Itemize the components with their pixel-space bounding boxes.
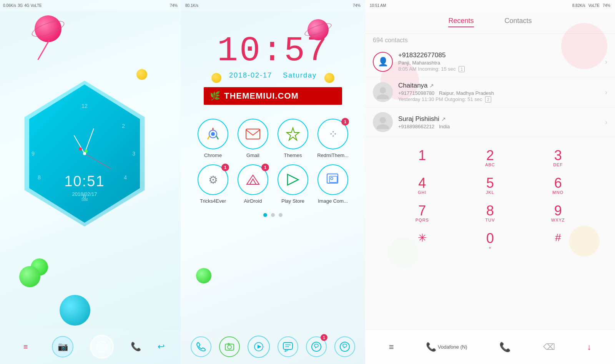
home-button-left[interactable] <box>90 335 114 359</box>
outgoing-arrow-3: ↗ <box>441 116 446 122</box>
dial-key-hash[interactable]: # <box>524 227 592 255</box>
dial-key-9[interactable]: 9 WXYZ <box>524 199 592 227</box>
dial-key-0[interactable]: 0 + <box>456 227 524 255</box>
whatsapp-icon <box>311 341 322 352</box>
menu-button-left[interactable]: ≡ <box>16 337 35 356</box>
detail-badge-2: 2 <box>485 96 491 103</box>
dial-key-2[interactable]: 2 ABC <box>456 144 524 172</box>
playstore-label: Play Store <box>281 198 304 204</box>
contact-detail-1: 8:05 AM Incoming: 15 sec 1 <box>398 66 602 72</box>
dock-whatsapp2[interactable] <box>334 336 355 357</box>
menu-icon-right[interactable]: ≡ <box>389 342 394 352</box>
themes-icon <box>285 126 301 142</box>
playstore-icon <box>286 173 300 187</box>
time-right: 10:51 AM <box>370 3 386 8</box>
speed-right: 8.82K/s <box>572 3 585 8</box>
page-dot-2[interactable] <box>271 213 275 217</box>
thememiui-banner[interactable]: 🌿 THEMEMIUI.COM <box>204 87 342 105</box>
clock-time-display: 10:51 2018/02/17 Sat <box>64 173 105 202</box>
imagecom-label: Image Com... <box>318 198 348 204</box>
svg-marker-14 <box>258 345 261 349</box>
dial-key-7[interactable]: 7 PQRS <box>388 199 456 227</box>
dial-letters-6: MNO <box>552 190 563 195</box>
dial-key-8[interactable]: 8 TUV <box>456 199 524 227</box>
dock-whatsapp[interactable]: 1 <box>306 336 327 357</box>
imagecom-icon-wrap <box>317 164 348 195</box>
bottom-bar-right: ≡ 📞 Vodafone (N) 📞 ⌫ ↓ <box>365 329 615 364</box>
call-icon-right[interactable]: 📞 <box>499 342 511 352</box>
redmithemes-icon: ⁘ <box>329 128 337 141</box>
dial-key-3[interactable]: 3 DEF <box>524 144 592 172</box>
page-dot-3[interactable] <box>279 213 283 217</box>
svg-rect-7 <box>327 174 338 183</box>
chat-icon <box>283 342 293 352</box>
page-dot-1[interactable] <box>263 213 267 217</box>
imagecom-icon <box>326 172 340 187</box>
network-right: VoLTE <box>588 3 600 8</box>
dial-letters-4: GHI <box>418 190 427 195</box>
dial-key-1[interactable]: 1 <box>388 144 456 172</box>
dial-letters-1 <box>421 162 423 167</box>
clock-date-text: 2018/02/17 <box>64 191 105 197</box>
app-redmithemes[interactable]: 1 ⁘ RedmiThem... <box>316 119 350 158</box>
app-playstore[interactable]: Play Store <box>276 164 310 204</box>
vodafone-label: Vodafone (N) <box>438 344 467 350</box>
dial-letters-5: JKL <box>486 190 494 195</box>
vodafone-button[interactable]: 📞 Vodafone (N) <box>426 342 467 352</box>
themes-icon-wrap <box>278 119 308 149</box>
dock-chat[interactable] <box>278 336 298 357</box>
digital-clock: 10:57 2018-02-17 Saturday <box>181 34 365 79</box>
svg-rect-15 <box>283 342 293 349</box>
detail-badge-1: 1 <box>459 66 465 72</box>
dock-camera[interactable] <box>219 336 240 357</box>
contact-item-1[interactable]: 👤 +918322677085 Panji, Maharashtra 8:05 … <box>365 47 615 77</box>
saturn-ring <box>30 18 66 40</box>
playstore-icon-wrap <box>278 164 308 195</box>
down-arrow-icon[interactable]: ↓ <box>587 342 591 352</box>
dial-key-4[interactable]: 4 GHI <box>388 172 456 199</box>
tab-recents[interactable]: Recents <box>448 17 474 27</box>
dial-key-6[interactable]: 6 MNO <box>524 172 592 199</box>
clock-center-dot <box>83 152 86 155</box>
chevron-2: › <box>605 88 607 96</box>
app-tricks[interactable]: 1 ⚙ Tricks4Ever <box>196 164 230 204</box>
camera-button-left[interactable]: 📷 <box>52 336 73 357</box>
app-imagecom[interactable]: Image Com... <box>316 164 350 204</box>
dock-phone[interactable] <box>191 336 211 357</box>
phone-left-panel: 0.06K/s 3G 4G VoLTE 74% 12 3 6 9 2 4 8 <box>0 0 181 364</box>
dock-play[interactable] <box>248 336 270 358</box>
svg-rect-5 <box>246 129 260 139</box>
contact-sub-1: Panji, Maharashtra <box>398 60 602 66</box>
back-button-left[interactable]: ↩ <box>158 342 165 352</box>
dial-num-9: 9 <box>554 204 562 218</box>
themes-label: Themes <box>284 152 302 158</box>
chrome-icon <box>205 126 221 142</box>
battery-right: 74% <box>603 3 610 8</box>
tricks-icon: ⚙ <box>208 174 218 186</box>
app-grid: Chrome Gmail Themes 1 ⁘ <box>181 113 365 210</box>
home-circle <box>96 341 108 352</box>
app-chrome[interactable]: Chrome <box>196 119 230 158</box>
contact-item-3[interactable]: Suraj Pishiishi ↗ +918898662212 India › <box>365 108 615 137</box>
dial-key-5[interactable]: 5 JKL <box>456 172 524 199</box>
yellow-ball-mid-left <box>211 73 221 83</box>
dial-num-6: 6 <box>554 176 562 190</box>
digital-date-display: 2018-02-17 Saturday <box>181 71 365 79</box>
backspace-icon[interactable]: ⌫ <box>543 342 555 352</box>
tab-contacts[interactable]: Contacts <box>505 17 532 27</box>
contact-name-2: Chaitanya ↗ <box>398 82 602 89</box>
svg-point-1 <box>211 132 215 136</box>
app-themes[interactable]: Themes <box>276 119 310 158</box>
app-airdroid[interactable]: 1 AirDroid <box>236 164 270 204</box>
green-ball-2 <box>19 266 40 287</box>
phone-button-left[interactable]: 📞 <box>131 342 141 352</box>
contact-avatar-1: 👤 <box>373 52 393 72</box>
battery-mid: 74% <box>353 3 361 8</box>
contact-item-2[interactable]: Chaitanya ↗ +917715098780 Raipur, Madhya… <box>365 77 615 108</box>
yellow-ball-mid-right <box>324 73 334 83</box>
contacts-count: 694 contacts <box>365 34 615 47</box>
app-gmail[interactable]: Gmail <box>236 119 270 158</box>
clock-num-3: 3 <box>132 151 135 157</box>
dial-key-star[interactable]: ✳ <box>388 227 456 255</box>
clock-num-8: 8 <box>38 174 41 180</box>
